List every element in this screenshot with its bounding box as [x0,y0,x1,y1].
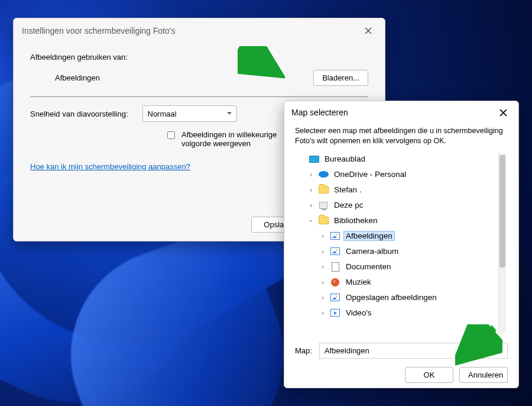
shuffle-label[interactable]: Afbeeldingen in willekeurige volgorde we… [181,130,300,148]
chevron-right-icon[interactable]: › [319,278,326,286]
dialog-titlebar[interactable]: Instellingen voor schermbeveiliging Foto… [14,18,385,43]
chevron-right-icon[interactable]: › [319,263,326,271]
slideshow-speed-label: Snelheid van diavoorstelling: [30,109,128,118]
chevron-right-icon[interactable]: › [307,201,314,210]
tree-node-libraries[interactable]: › Bibliotheken [296,213,507,228]
tree-node-user[interactable]: › Stefan . [296,182,507,198]
slideshow-speed-value: Normaal [148,109,177,118]
scrollbar-thumb[interactable] [499,155,505,268]
tree-node-saved-images[interactable]: › Opgeslagen afbeeldingen [296,290,507,305]
tree-label: Stefan . [332,185,364,194]
ok-button[interactable]: OK [405,367,453,383]
tree-node-thispc[interactable]: › Deze pc [296,198,507,213]
music-icon [330,277,340,288]
picture-icon [330,292,340,303]
chevron-right-icon[interactable]: › [319,294,326,302]
slideshow-speed-select[interactable]: Normaal [142,105,237,122]
tree-label: Documenten [344,262,393,271]
picture-icon [330,231,340,241]
tree-node-camera[interactable]: › Camera-album [296,244,507,259]
tree-node-music[interactable]: › Muziek [296,275,507,290]
images-path-value: Afbeeldingen [55,73,100,82]
cancel-button[interactable]: Annuleren [459,367,508,383]
folder-field-label: Map: [295,346,312,355]
tree-node-documents[interactable]: › Documenten [296,259,507,275]
dialog-titlebar[interactable]: Map selecteren [284,101,518,124]
tree-label: Camera-album [344,247,400,256]
tree-node-onedrive[interactable]: › OneDrive - Personal [296,167,507,182]
chevron-right-icon[interactable]: › [319,247,326,256]
desktop-icon [309,154,319,165]
folder-field-input[interactable] [319,343,508,359]
tree-label: Video's [344,308,374,317]
tree-label: Muziek [344,278,373,286]
tree-label: OneDrive - Personal [332,170,408,179]
instruction-text: Selecteer een map met afbeeldingen die u… [295,126,508,146]
use-images-label: Afbeeldingen gebruiken van: [30,53,128,62]
folder-icon [318,215,329,226]
folder-tree[interactable]: Bureaublad › OneDrive - Personal › Stefa… [296,152,507,317]
close-icon[interactable] [495,106,511,119]
chevron-down-icon[interactable]: › [307,217,315,224]
folder-select-dialog: Map selecteren Selecteer een map met afb… [284,101,519,388]
browse-button[interactable]: Bladeren... [313,70,368,86]
chevron-right-icon[interactable]: › [307,170,314,179]
tree-node-videos[interactable]: › Video's [296,305,507,317]
tree-label: Afbeeldingen [344,231,394,240]
chevron-right-icon[interactable]: › [319,309,326,317]
chevron-right-icon[interactable]: › [319,232,326,240]
tree-label: Bibliotheken [332,216,379,225]
shuffle-checkbox[interactable] [167,131,175,139]
picture-icon [330,246,340,257]
computer-icon [318,200,329,211]
help-link[interactable]: Hoe kan ik mijn schermbeveiliging aanpas… [30,162,190,171]
tree-node-desktop[interactable]: Bureaublad [296,152,507,167]
chevron-right-icon[interactable]: › [307,186,314,194]
video-icon [330,308,340,317]
cloud-icon [318,169,329,180]
tree-node-images[interactable]: › Afbeeldingen [296,228,507,244]
tree-label: Bureaublad [323,154,367,163]
tree-label: Opgeslagen afbeeldingen [344,293,439,302]
separator [30,96,368,97]
dialog-title: Instellingen voor schermbeveiliging Foto… [22,26,175,36]
document-icon [330,262,340,272]
tree-label: Deze pc [332,201,365,210]
dialog-title: Map selecteren [291,108,348,117]
close-icon[interactable] [360,24,377,37]
scrollbar[interactable] [498,153,506,334]
folder-icon [318,185,329,195]
